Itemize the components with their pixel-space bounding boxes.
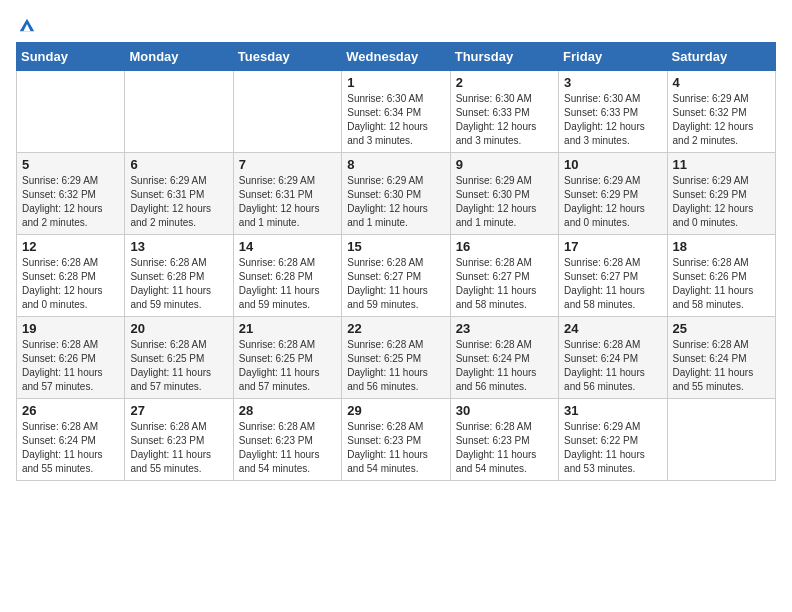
day-info: Sunrise: 6:28 AM Sunset: 6:27 PM Dayligh… — [564, 256, 661, 312]
day-number: 24 — [564, 321, 661, 336]
day-info: Sunrise: 6:28 AM Sunset: 6:25 PM Dayligh… — [347, 338, 444, 394]
calendar-cell: 28 Sunrise: 6:28 AM Sunset: 6:23 PM Dayl… — [233, 399, 341, 481]
calendar-cell: 21 Sunrise: 6:28 AM Sunset: 6:25 PM Dayl… — [233, 317, 341, 399]
day-info: Sunrise: 6:29 AM Sunset: 6:30 PM Dayligh… — [347, 174, 444, 230]
calendar-cell: 1 Sunrise: 6:30 AM Sunset: 6:34 PM Dayli… — [342, 71, 450, 153]
calendar-cell: 16 Sunrise: 6:28 AM Sunset: 6:27 PM Dayl… — [450, 235, 558, 317]
day-number: 8 — [347, 157, 444, 172]
calendar-week-row: 1 Sunrise: 6:30 AM Sunset: 6:34 PM Dayli… — [17, 71, 776, 153]
logo-icon — [18, 16, 36, 34]
page-header — [16, 16, 776, 30]
day-info: Sunrise: 6:28 AM Sunset: 6:25 PM Dayligh… — [130, 338, 227, 394]
day-info: Sunrise: 6:28 AM Sunset: 6:23 PM Dayligh… — [456, 420, 553, 476]
calendar-cell: 10 Sunrise: 6:29 AM Sunset: 6:29 PM Dayl… — [559, 153, 667, 235]
calendar-cell: 26 Sunrise: 6:28 AM Sunset: 6:24 PM Dayl… — [17, 399, 125, 481]
day-number: 21 — [239, 321, 336, 336]
calendar-cell — [233, 71, 341, 153]
calendar-cell: 4 Sunrise: 6:29 AM Sunset: 6:32 PM Dayli… — [667, 71, 775, 153]
day-info: Sunrise: 6:28 AM Sunset: 6:24 PM Dayligh… — [564, 338, 661, 394]
day-info: Sunrise: 6:28 AM Sunset: 6:25 PM Dayligh… — [239, 338, 336, 394]
day-number: 12 — [22, 239, 119, 254]
day-info: Sunrise: 6:28 AM Sunset: 6:23 PM Dayligh… — [347, 420, 444, 476]
col-header-tuesday: Tuesday — [233, 43, 341, 71]
calendar-cell: 14 Sunrise: 6:28 AM Sunset: 6:28 PM Dayl… — [233, 235, 341, 317]
day-number: 4 — [673, 75, 770, 90]
day-info: Sunrise: 6:30 AM Sunset: 6:34 PM Dayligh… — [347, 92, 444, 148]
day-number: 28 — [239, 403, 336, 418]
day-number: 2 — [456, 75, 553, 90]
col-header-monday: Monday — [125, 43, 233, 71]
day-number: 25 — [673, 321, 770, 336]
calendar-cell: 29 Sunrise: 6:28 AM Sunset: 6:23 PM Dayl… — [342, 399, 450, 481]
calendar-cell: 31 Sunrise: 6:29 AM Sunset: 6:22 PM Dayl… — [559, 399, 667, 481]
calendar-cell: 17 Sunrise: 6:28 AM Sunset: 6:27 PM Dayl… — [559, 235, 667, 317]
day-number: 26 — [22, 403, 119, 418]
calendar-cell: 7 Sunrise: 6:29 AM Sunset: 6:31 PM Dayli… — [233, 153, 341, 235]
day-number: 29 — [347, 403, 444, 418]
day-info: Sunrise: 6:29 AM Sunset: 6:32 PM Dayligh… — [673, 92, 770, 148]
day-number: 11 — [673, 157, 770, 172]
day-info: Sunrise: 6:30 AM Sunset: 6:33 PM Dayligh… — [564, 92, 661, 148]
day-info: Sunrise: 6:29 AM Sunset: 6:31 PM Dayligh… — [130, 174, 227, 230]
day-number: 15 — [347, 239, 444, 254]
calendar-cell: 19 Sunrise: 6:28 AM Sunset: 6:26 PM Dayl… — [17, 317, 125, 399]
day-info: Sunrise: 6:29 AM Sunset: 6:32 PM Dayligh… — [22, 174, 119, 230]
col-header-friday: Friday — [559, 43, 667, 71]
calendar-cell: 3 Sunrise: 6:30 AM Sunset: 6:33 PM Dayli… — [559, 71, 667, 153]
col-header-sunday: Sunday — [17, 43, 125, 71]
day-info: Sunrise: 6:29 AM Sunset: 6:31 PM Dayligh… — [239, 174, 336, 230]
day-info: Sunrise: 6:28 AM Sunset: 6:24 PM Dayligh… — [673, 338, 770, 394]
calendar-cell — [667, 399, 775, 481]
calendar-cell: 8 Sunrise: 6:29 AM Sunset: 6:30 PM Dayli… — [342, 153, 450, 235]
calendar-cell — [17, 71, 125, 153]
calendar-week-row: 26 Sunrise: 6:28 AM Sunset: 6:24 PM Dayl… — [17, 399, 776, 481]
day-info: Sunrise: 6:28 AM Sunset: 6:24 PM Dayligh… — [456, 338, 553, 394]
day-info: Sunrise: 6:28 AM Sunset: 6:28 PM Dayligh… — [22, 256, 119, 312]
calendar-cell: 20 Sunrise: 6:28 AM Sunset: 6:25 PM Dayl… — [125, 317, 233, 399]
calendar-week-row: 12 Sunrise: 6:28 AM Sunset: 6:28 PM Dayl… — [17, 235, 776, 317]
col-header-saturday: Saturday — [667, 43, 775, 71]
calendar-table: SundayMondayTuesdayWednesdayThursdayFrid… — [16, 42, 776, 481]
col-header-wednesday: Wednesday — [342, 43, 450, 71]
day-number: 27 — [130, 403, 227, 418]
day-number: 5 — [22, 157, 119, 172]
calendar-cell: 13 Sunrise: 6:28 AM Sunset: 6:28 PM Dayl… — [125, 235, 233, 317]
calendar-cell: 9 Sunrise: 6:29 AM Sunset: 6:30 PM Dayli… — [450, 153, 558, 235]
day-info: Sunrise: 6:30 AM Sunset: 6:33 PM Dayligh… — [456, 92, 553, 148]
day-number: 9 — [456, 157, 553, 172]
calendar-cell: 15 Sunrise: 6:28 AM Sunset: 6:27 PM Dayl… — [342, 235, 450, 317]
calendar-cell: 22 Sunrise: 6:28 AM Sunset: 6:25 PM Dayl… — [342, 317, 450, 399]
day-info: Sunrise: 6:28 AM Sunset: 6:23 PM Dayligh… — [130, 420, 227, 476]
day-info: Sunrise: 6:29 AM Sunset: 6:29 PM Dayligh… — [564, 174, 661, 230]
calendar-cell: 30 Sunrise: 6:28 AM Sunset: 6:23 PM Dayl… — [450, 399, 558, 481]
day-info: Sunrise: 6:28 AM Sunset: 6:28 PM Dayligh… — [239, 256, 336, 312]
calendar-cell: 27 Sunrise: 6:28 AM Sunset: 6:23 PM Dayl… — [125, 399, 233, 481]
day-info: Sunrise: 6:29 AM Sunset: 6:22 PM Dayligh… — [564, 420, 661, 476]
calendar-week-row: 5 Sunrise: 6:29 AM Sunset: 6:32 PM Dayli… — [17, 153, 776, 235]
day-number: 19 — [22, 321, 119, 336]
day-number: 30 — [456, 403, 553, 418]
calendar-cell: 24 Sunrise: 6:28 AM Sunset: 6:24 PM Dayl… — [559, 317, 667, 399]
calendar-cell: 2 Sunrise: 6:30 AM Sunset: 6:33 PM Dayli… — [450, 71, 558, 153]
day-number: 6 — [130, 157, 227, 172]
calendar-cell: 23 Sunrise: 6:28 AM Sunset: 6:24 PM Dayl… — [450, 317, 558, 399]
day-number: 3 — [564, 75, 661, 90]
day-number: 31 — [564, 403, 661, 418]
logo — [16, 16, 36, 30]
day-number: 16 — [456, 239, 553, 254]
col-header-thursday: Thursday — [450, 43, 558, 71]
day-number: 18 — [673, 239, 770, 254]
day-info: Sunrise: 6:28 AM Sunset: 6:26 PM Dayligh… — [22, 338, 119, 394]
day-number: 22 — [347, 321, 444, 336]
calendar-cell: 5 Sunrise: 6:29 AM Sunset: 6:32 PM Dayli… — [17, 153, 125, 235]
day-info: Sunrise: 6:29 AM Sunset: 6:29 PM Dayligh… — [673, 174, 770, 230]
calendar-week-row: 19 Sunrise: 6:28 AM Sunset: 6:26 PM Dayl… — [17, 317, 776, 399]
day-info: Sunrise: 6:29 AM Sunset: 6:30 PM Dayligh… — [456, 174, 553, 230]
day-info: Sunrise: 6:28 AM Sunset: 6:27 PM Dayligh… — [456, 256, 553, 312]
calendar-header-row: SundayMondayTuesdayWednesdayThursdayFrid… — [17, 43, 776, 71]
day-number: 17 — [564, 239, 661, 254]
day-info: Sunrise: 6:28 AM Sunset: 6:23 PM Dayligh… — [239, 420, 336, 476]
calendar-cell: 25 Sunrise: 6:28 AM Sunset: 6:24 PM Dayl… — [667, 317, 775, 399]
day-number: 1 — [347, 75, 444, 90]
calendar-cell — [125, 71, 233, 153]
